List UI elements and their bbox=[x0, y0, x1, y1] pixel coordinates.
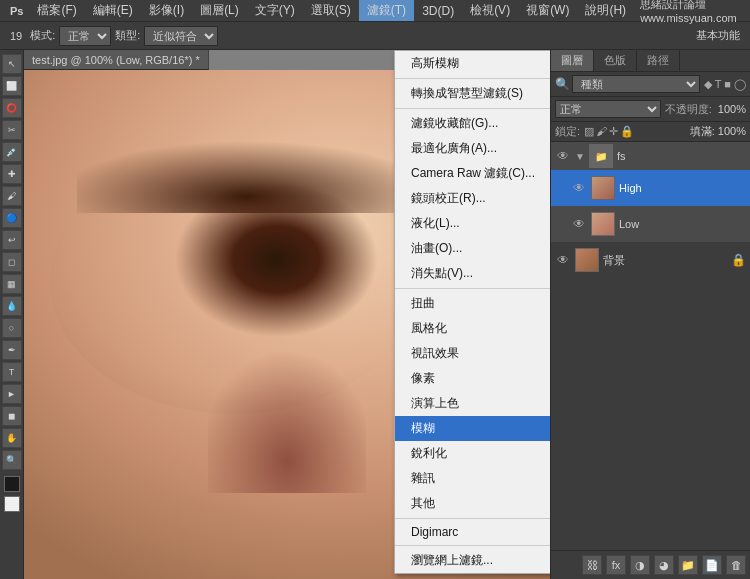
lock-transparent-icon[interactable]: ▨ bbox=[584, 125, 594, 138]
menu-select[interactable]: 選取(S) bbox=[303, 0, 359, 21]
tool-heal[interactable]: ✚ bbox=[2, 164, 22, 184]
filter-pixelate[interactable]: 像素▶ bbox=[395, 366, 550, 391]
tool-history[interactable]: ↩ bbox=[2, 230, 22, 250]
panel-bottom: ⛓ fx ◑ ◕ 📁 📄 🗑 bbox=[551, 550, 750, 579]
tool-bg-color[interactable] bbox=[4, 496, 20, 512]
tool-eyedrop[interactable]: 💉 bbox=[2, 142, 22, 162]
tab-paths[interactable]: 路徑 bbox=[637, 50, 680, 71]
filter-stylize[interactable]: 風格化▶ bbox=[395, 316, 550, 341]
btn-fx[interactable]: fx bbox=[606, 555, 626, 575]
filter-oil[interactable]: 油畫(O)... bbox=[395, 236, 550, 261]
group-name-fs: fs bbox=[617, 150, 746, 162]
menu-view[interactable]: 檢視(V) bbox=[462, 0, 518, 21]
filter-vanish[interactable]: 消失點(V)... Alt+Ctrl+V bbox=[395, 261, 550, 286]
layers-search-select[interactable]: 種類 bbox=[572, 75, 700, 93]
lock-image-icon[interactable]: 🖌 bbox=[596, 125, 607, 138]
btn-delete[interactable]: 🗑 bbox=[726, 555, 746, 575]
filter-menu-top[interactable]: 高斯模糊 Ctrl+F bbox=[395, 51, 550, 76]
layer-name-bg: 背景 bbox=[603, 253, 727, 268]
filter-distort[interactable]: 扭曲▶ bbox=[395, 291, 550, 316]
tool-zoom[interactable]: 🔍 bbox=[2, 450, 22, 470]
layers-mode-select[interactable]: 正常 bbox=[555, 100, 661, 118]
tool-lasso[interactable]: ⭕ bbox=[2, 98, 22, 118]
dropdown-overlay: 高斯模糊 Ctrl+F 轉換成智慧型濾鏡(S) 濾鏡收藏館(G)... 最適化廣… bbox=[24, 50, 550, 579]
layer-item-bg[interactable]: 👁 背景 🔒 bbox=[551, 242, 750, 278]
tool-gradient[interactable]: ▦ bbox=[2, 274, 22, 294]
lock-label: 鎖定: bbox=[555, 124, 580, 139]
menu-3d[interactable]: 3D(D) bbox=[414, 2, 462, 20]
visibility-low[interactable]: 👁 bbox=[571, 216, 587, 232]
filter-sharpen[interactable]: 銳利化▶ bbox=[395, 441, 550, 466]
menu-file[interactable]: 檔案(F) bbox=[29, 0, 84, 21]
visibility-bg[interactable]: 👁 bbox=[555, 252, 571, 268]
toolbar-layer-num: 19 bbox=[6, 28, 26, 44]
filter-adaptive[interactable]: 最適化廣角(A)... Alt+Shift+Ctrl+A bbox=[395, 136, 550, 161]
toolbar-mode-select[interactable]: 正常 bbox=[59, 26, 111, 46]
visibility-high[interactable]: 👁 bbox=[571, 180, 587, 196]
filter-lens-correct[interactable]: 鏡頭校正(R)... Shift+Ctrl+R bbox=[395, 186, 550, 211]
layer-item-high[interactable]: 👁 High bbox=[551, 170, 750, 206]
btn-new[interactable]: 📄 bbox=[702, 555, 722, 575]
btn-group[interactable]: 📁 bbox=[678, 555, 698, 575]
tool-blur[interactable]: 💧 bbox=[2, 296, 22, 316]
thumbnail-low bbox=[591, 212, 615, 236]
layer-group-header-fs[interactable]: 👁 ▼ 📁 fs bbox=[551, 142, 750, 170]
btn-mask[interactable]: ◑ bbox=[630, 555, 650, 575]
tool-eraser[interactable]: ◻ bbox=[2, 252, 22, 272]
layers-opacity-label: 不透明度: bbox=[665, 102, 712, 117]
filter-blur[interactable]: 模糊 ▶ 景色模糊... 光圈模糊... 移軸模糊... 方框模糊... 平均 … bbox=[395, 416, 550, 441]
menu-filter[interactable]: 濾鏡(T) bbox=[359, 0, 414, 21]
filter-other[interactable]: 其他▶ bbox=[395, 491, 550, 516]
menu-window[interactable]: 視窗(W) bbox=[518, 0, 577, 21]
menu-text[interactable]: 文字(Y) bbox=[247, 0, 303, 21]
tool-move[interactable]: ↖ bbox=[2, 54, 22, 74]
layer-name-low: Low bbox=[619, 218, 746, 230]
lock-position-icon[interactable]: ✛ bbox=[609, 125, 618, 138]
menu-edit[interactable]: 編輯(E) bbox=[85, 0, 141, 21]
group-thumbnail-fs: 📁 bbox=[589, 144, 613, 168]
layer-list: 👁 ▼ 📁 fs 👁 High 👁 bbox=[551, 142, 750, 550]
visibility-fs[interactable]: 👁 bbox=[555, 148, 571, 164]
tool-shape[interactable]: ◼ bbox=[2, 406, 22, 426]
separator-1 bbox=[395, 78, 550, 79]
filter-liquify[interactable]: 液化(L)... Shift+Ctrl+X bbox=[395, 211, 550, 236]
filter-noise[interactable]: 雜訊▶ bbox=[395, 466, 550, 491]
menu-help[interactable]: 說明(H) bbox=[577, 0, 634, 21]
filter-camera-raw[interactable]: Camera Raw 濾鏡(C)... Shift+Ctrl+A bbox=[395, 161, 550, 186]
btn-link[interactable]: ⛓ bbox=[582, 555, 602, 575]
filter-gallery[interactable]: 濾鏡收藏館(G)... bbox=[395, 111, 550, 136]
lock-icons: ▨ 🖌 ✛ 🔒 bbox=[584, 125, 634, 138]
right-panel: 圖層 色版 路徑 🔍 種類 ◆ T ■ ◯ 正常 不透明度: 100% bbox=[550, 50, 750, 579]
filter-render[interactable]: 演算上色▶ bbox=[395, 391, 550, 416]
toolbar-workspace-btn[interactable]: 基本功能 bbox=[692, 27, 744, 43]
tool-stamp[interactable]: 🔵 bbox=[2, 208, 22, 228]
tool-hand[interactable]: ✋ bbox=[2, 428, 22, 448]
main-container: ↖ ⬜ ⭕ ✂ 💉 ✚ 🖌 🔵 ↩ ◻ ▦ 💧 ○ ✒ T ► ◼ ✋ 🔍 te… bbox=[0, 50, 750, 579]
separator-2 bbox=[395, 108, 550, 109]
toolbar-type-label: 類型: bbox=[115, 28, 140, 43]
layer-item-low[interactable]: 👁 Low bbox=[551, 206, 750, 242]
menu-image[interactable]: 影像(I) bbox=[141, 0, 192, 21]
filter-video[interactable]: 視訊效果▶ bbox=[395, 341, 550, 366]
menu-layer[interactable]: 圖層(L) bbox=[192, 0, 247, 21]
lock-all-icon[interactable]: 🔒 bbox=[620, 125, 634, 138]
tab-channels[interactable]: 色版 bbox=[594, 50, 637, 71]
toolbar-type-select[interactable]: 近似符合 bbox=[144, 26, 218, 46]
filter-icons: ◆ T ■ ◯ bbox=[704, 78, 746, 91]
filter-browse[interactable]: 瀏覽網上濾鏡... bbox=[395, 548, 550, 573]
filter-smart[interactable]: 轉換成智慧型濾鏡(S) bbox=[395, 81, 550, 106]
tab-layers[interactable]: 圖層 bbox=[551, 50, 594, 71]
tool-crop[interactable]: ✂ bbox=[2, 120, 22, 140]
tool-brush[interactable]: 🖌 bbox=[2, 186, 22, 206]
tool-pen[interactable]: ✒ bbox=[2, 340, 22, 360]
btn-adjustment[interactable]: ◕ bbox=[654, 555, 674, 575]
filter-digimarc[interactable]: Digimarc▶ bbox=[395, 521, 550, 543]
tool-fg-color[interactable] bbox=[4, 476, 20, 492]
thumbnail-bg bbox=[575, 248, 599, 272]
layers-panel: 🔍 種類 ◆ T ■ ◯ 正常 不透明度: 100% 鎖定: ▨ 🖌 bbox=[551, 72, 750, 579]
tool-text[interactable]: T bbox=[2, 362, 22, 382]
tool-select[interactable]: ⬜ bbox=[2, 76, 22, 96]
tool-path-select[interactable]: ► bbox=[2, 384, 22, 404]
separator-3 bbox=[395, 288, 550, 289]
tool-dodge[interactable]: ○ bbox=[2, 318, 22, 338]
